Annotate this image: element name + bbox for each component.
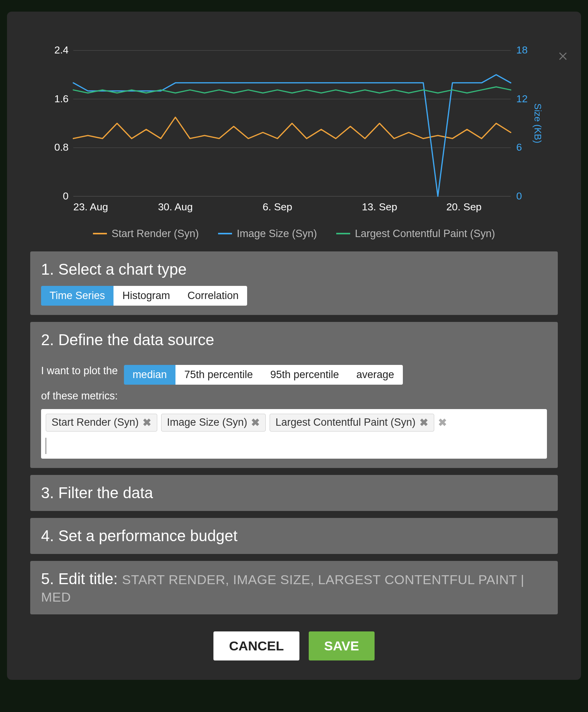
metric-tag-label: Start Render (Syn) <box>52 416 139 428</box>
chart-type-option-histogram[interactable]: Histogram <box>113 286 179 306</box>
step-2-title: 2. Define the data source <box>41 331 547 349</box>
svg-text:20. Sep: 20. Sep <box>446 201 481 213</box>
metric-tag: Largest Contentful Paint (Syn)✖ <box>270 414 434 432</box>
clear-all-tags-icon[interactable]: ✖ <box>438 416 447 429</box>
chart-type-toggle: Time SeriesHistogramCorrelation <box>41 286 247 306</box>
legend-label: Largest Contentful Paint (Syn) <box>355 228 495 240</box>
legend-item[interactable]: Image Size (Syn) <box>218 228 317 240</box>
stat-option-median[interactable]: median <box>124 365 175 385</box>
save-button[interactable]: SAVE <box>309 631 375 660</box>
svg-text:18: 18 <box>516 46 528 56</box>
svg-text:30. Aug: 30. Aug <box>158 201 193 213</box>
remove-tag-icon[interactable]: ✖ <box>251 416 260 429</box>
svg-text:0: 0 <box>516 190 522 202</box>
chart-type-option-time-series[interactable]: Time Series <box>41 286 113 306</box>
metric-tag: Image Size (Syn)✖ <box>161 414 266 432</box>
legend-item[interactable]: Start Render (Syn) <box>93 228 199 240</box>
svg-text:2.4: 2.4 <box>54 46 69 56</box>
metrics-text-cursor <box>46 438 46 454</box>
stat-option-75th-percentile[interactable]: 75th percentile <box>175 365 261 385</box>
chart-editor-modal: 00.81.62.4 061218 23. Aug30. Aug6. Sep13… <box>7 12 581 680</box>
svg-text:0: 0 <box>63 190 69 202</box>
legend-swatch <box>218 233 232 234</box>
svg-text:6: 6 <box>516 141 522 153</box>
remove-tag-icon[interactable]: ✖ <box>143 416 151 429</box>
modal-footer: CANCEL SAVE <box>30 631 558 660</box>
step-5-panel[interactable]: 5. Edit title: START RENDER, IMAGE SIZE,… <box>30 561 558 614</box>
svg-text:1.6: 1.6 <box>54 93 69 105</box>
legend-swatch <box>336 233 350 234</box>
legend-label: Image Size (Syn) <box>237 228 317 240</box>
metric-tag-label: Largest Contentful Paint (Syn) <box>275 416 416 428</box>
metric-tag-label: Image Size (Syn) <box>167 416 247 428</box>
plot-trail-text: of these metrics: <box>41 390 547 402</box>
stat-toggle: median75th percentile95th percentileaver… <box>124 365 402 385</box>
metrics-input-box[interactable]: Start Render (Syn)✖Image Size (Syn)✖Larg… <box>41 409 547 459</box>
step-1-panel: 1. Select a chart type Time SeriesHistog… <box>30 251 558 315</box>
step-2-panel: 2. Define the data source I want to plot… <box>30 322 558 468</box>
step-4-panel[interactable]: 4. Set a performance budget <box>30 518 558 554</box>
close-icon[interactable] <box>558 50 569 64</box>
step-4-title: 4. Set a performance budget <box>41 527 547 545</box>
chart-type-option-correlation[interactable]: Correlation <box>179 286 247 306</box>
svg-text:Size (KB): Size (KB) <box>533 103 542 143</box>
svg-text:23. Aug: 23. Aug <box>73 201 108 213</box>
plot-lead-text: I want to plot the <box>41 365 118 377</box>
step-1-title: 1. Select a chart type <box>41 261 547 278</box>
svg-text:12: 12 <box>516 93 528 105</box>
chart-legend: Start Render (Syn)Image Size (Syn)Larges… <box>46 228 542 240</box>
chart-svg: 00.81.62.4 061218 23. Aug30. Aug6. Sep13… <box>46 46 542 220</box>
legend-swatch <box>93 233 107 234</box>
remove-tag-icon[interactable]: ✖ <box>420 416 428 429</box>
svg-text:13. Sep: 13. Sep <box>362 201 397 213</box>
preview-chart: 00.81.62.4 061218 23. Aug30. Aug6. Sep13… <box>46 46 542 240</box>
stat-option-95th-percentile[interactable]: 95th percentile <box>261 365 347 385</box>
stat-option-average[interactable]: average <box>347 365 403 385</box>
metric-tag: Start Render (Syn)✖ <box>46 414 157 432</box>
step-3-panel[interactable]: 3. Filter the data <box>30 475 558 511</box>
step-3-title: 3. Filter the data <box>41 484 547 502</box>
cancel-button[interactable]: CANCEL <box>213 631 299 660</box>
legend-label: Start Render (Syn) <box>112 228 199 240</box>
legend-item[interactable]: Largest Contentful Paint (Syn) <box>336 228 495 240</box>
svg-text:6. Sep: 6. Sep <box>263 201 292 213</box>
step-5-title: 5. Edit title: START RENDER, IMAGE SIZE,… <box>41 570 547 605</box>
svg-text:0.8: 0.8 <box>54 141 69 153</box>
